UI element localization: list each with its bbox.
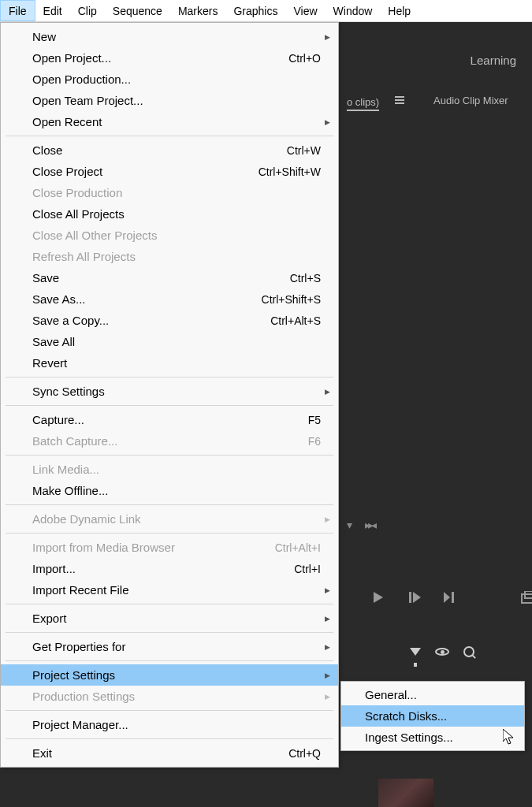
panel-tab-clips[interactable]: o clips) — [347, 95, 404, 111]
submenu-arrow-icon: ▶ — [325, 515, 330, 523]
menu-item-label: Close — [32, 143, 62, 157]
menu-item-save[interactable]: SaveCtrl+S — [1, 267, 338, 288]
menu-shortcut: Ctrl+Alt+S — [270, 314, 321, 327]
workspace-tab-learning[interactable]: Learning — [471, 54, 516, 67]
menubar-item-sequence[interactable]: Sequence — [105, 0, 170, 21]
menu-item-revert[interactable]: Revert — [1, 352, 338, 374]
menu-item-close[interactable]: CloseCtrl+W — [1, 139, 338, 161]
menu-shortcut: F6 — [308, 435, 321, 448]
clip-thumbnail[interactable] — [378, 779, 433, 807]
svg-rect-1 — [409, 592, 411, 603]
menu-separator — [6, 504, 333, 505]
menu-item-save-all[interactable]: Save All — [1, 331, 338, 352]
submenu-item-scratch-disks[interactable]: Scratch Disks... — [341, 705, 524, 727]
menu-item-close-project[interactable]: Close ProjectCtrl+Shift+W — [1, 161, 338, 182]
menu-item-label: Close Project — [32, 165, 102, 178]
menu-separator — [6, 377, 333, 377]
menu-item-open-team-project[interactable]: Open Team Project... — [1, 90, 338, 111]
menu-item-project-settings[interactable]: Project Settings▶ — [1, 664, 338, 686]
menu-item-label: Project Manager... — [32, 718, 128, 731]
menubar: FileEditClipSequenceMarkersGraphicsViewW… — [0, 0, 532, 22]
menu-item-label: Import Recent File — [32, 583, 129, 597]
menu-item-label: Capture... — [32, 413, 84, 426]
menu-item-get-properties-for[interactable]: Get Properties for▶ — [1, 636, 338, 657]
menu-item-label: Open Project... — [32, 51, 111, 65]
menu-item-label: Link Media... — [32, 463, 99, 476]
menu-item-label: Open Recent — [32, 115, 102, 128]
menu-item-open-project[interactable]: Open Project...Ctrl+O — [1, 47, 338, 69]
menubar-item-graphics[interactable]: Graphics — [225, 0, 285, 21]
submenu-arrow-icon: ▶ — [325, 118, 330, 126]
menu-item-make-offline[interactable]: Make Offline... — [1, 480, 338, 501]
transport-controls — [370, 589, 532, 605]
menu-item-exit[interactable]: ExitCtrl+Q — [1, 742, 338, 764]
menu-separator — [6, 632, 333, 633]
export-frame-button[interactable] — [520, 589, 532, 605]
menu-item-save-as[interactable]: Save As...Ctrl+Shift+S — [1, 288, 338, 310]
menu-item-close-all-other-projects: Close All Other Projects — [1, 225, 338, 246]
svg-marker-7 — [503, 729, 513, 744]
menu-separator — [6, 533, 333, 534]
menu-item-label: Close All Other Projects — [32, 229, 157, 242]
menubar-item-markers[interactable]: Markers — [170, 0, 226, 21]
menu-item-label: Make Offline... — [32, 484, 108, 497]
menu-item-batch-capture: Batch Capture...F6 — [1, 430, 338, 452]
submenu-arrow-icon: ▶ — [325, 693, 330, 701]
filter-icon[interactable] — [410, 648, 421, 656]
visibility-icon[interactable] — [435, 648, 449, 656]
menu-item-import-recent-file[interactable]: Import Recent File▶ — [1, 579, 338, 601]
project-settings-submenu: General...Scratch Disks...Ingest Setting… — [340, 681, 525, 751]
menu-item-open-production[interactable]: Open Production... — [1, 69, 338, 90]
next-edit-button[interactable] — [443, 589, 459, 605]
menu-item-import[interactable]: Import...Ctrl+I — [1, 558, 338, 579]
mouse-cursor-icon — [503, 729, 517, 749]
submenu-item-ingest-settings[interactable]: Ingest Settings... — [341, 727, 524, 748]
menubar-item-file[interactable]: File — [0, 0, 35, 21]
menu-item-capture[interactable]: Capture...F5 — [1, 409, 338, 430]
menu-item-save-a-copy[interactable]: Save a Copy...Ctrl+Alt+S — [1, 310, 338, 331]
menu-item-label: Import from Media Browser — [32, 541, 175, 554]
menu-item-label: Exit — [32, 746, 52, 760]
menu-item-label: New — [32, 30, 56, 43]
svg-marker-2 — [413, 592, 421, 603]
menu-item-link-media: Link Media... — [1, 459, 338, 480]
submenu-arrow-icon: ▶ — [325, 643, 330, 651]
menu-item-label: Sync Settings — [32, 385, 105, 398]
menu-item-label: Close All Projects — [32, 207, 125, 221]
menu-item-project-manager[interactable]: Project Manager... — [1, 714, 338, 735]
menu-separator — [6, 136, 333, 136]
panel-tab-audio-clip-mixer[interactable]: Audio Clip Mixer — [433, 95, 508, 106]
submenu-arrow-icon: ▶ — [325, 671, 330, 679]
menu-item-label: Save As... — [32, 292, 86, 306]
menubar-item-window[interactable]: Window — [326, 0, 381, 21]
menu-separator — [6, 455, 333, 456]
submenu-item-general[interactable]: General... — [341, 684, 524, 705]
menu-item-production-settings: Production Settings▶ — [1, 686, 338, 707]
menu-shortcut: Ctrl+Shift+W — [259, 165, 321, 178]
panel-menu-icon[interactable] — [395, 95, 404, 106]
svg-rect-4 — [452, 592, 454, 603]
menu-item-open-recent[interactable]: Open Recent▶ — [1, 111, 338, 132]
play-button[interactable] — [370, 589, 386, 605]
submenu-arrow-icon: ▶ — [325, 388, 330, 396]
add-marker-icon[interactable]: ▸▸◂ — [365, 519, 374, 531]
submenu-arrow-icon: ▶ — [325, 33, 330, 41]
menu-item-label: Open Team Project... — [32, 94, 143, 107]
menu-item-label: Save All — [32, 335, 75, 348]
step-forward-button[interactable] — [407, 589, 422, 605]
menu-item-adobe-dynamic-link: Adobe Dynamic Link▶ — [1, 508, 338, 530]
menu-shortcut: Ctrl+W — [287, 144, 321, 157]
menu-item-new[interactable]: New▶ — [1, 26, 338, 47]
menu-shortcut: Ctrl+Shift+S — [262, 293, 321, 306]
menubar-item-edit[interactable]: Edit — [35, 0, 70, 21]
menu-item-export[interactable]: Export▶ — [1, 608, 338, 629]
menu-item-close-production: Close Production — [1, 182, 338, 203]
menubar-item-help[interactable]: Help — [380, 0, 419, 21]
menubar-item-clip[interactable]: Clip — [70, 0, 105, 21]
menu-item-sync-settings[interactable]: Sync Settings▶ — [1, 381, 338, 402]
menubar-item-view[interactable]: View — [285, 0, 325, 21]
search-icon[interactable] — [463, 646, 474, 657]
menu-item-close-all-projects[interactable]: Close All Projects — [1, 203, 338, 225]
menu-item-import-from-media-browser: Import from Media BrowserCtrl+Alt+I — [1, 537, 338, 558]
svg-marker-3 — [444, 592, 450, 603]
